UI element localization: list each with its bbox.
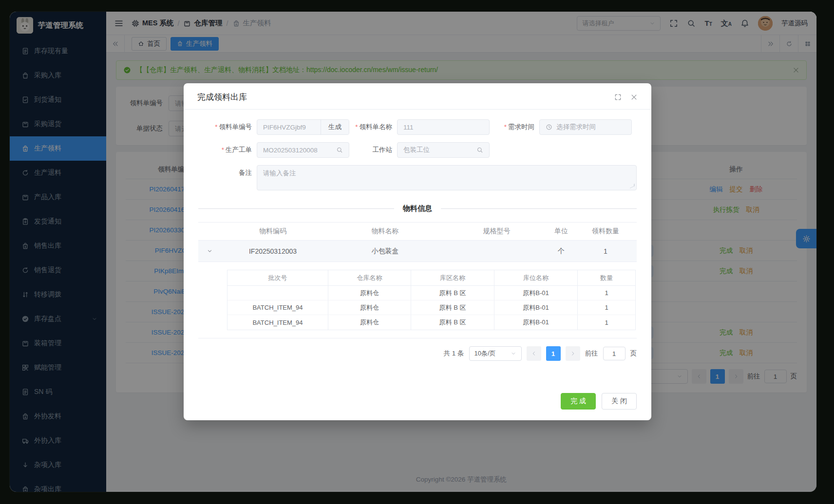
work-order-input[interactable]: MO202503120008 (257, 142, 349, 158)
clock-icon (546, 124, 552, 131)
cell: 原料仓 (328, 315, 411, 330)
column-header: 库位名称 (494, 270, 578, 285)
batch-table: 批次号仓库名称库区名称库位名称数量 原料仓原料 B 区原料B-011BATCH_… (227, 270, 636, 330)
field-label-remark: 备注 (198, 165, 257, 181)
cell: BATCH_ITEM_94 (227, 300, 328, 315)
column-header: 库区名称 (411, 270, 494, 285)
dialog-body: *领料单编号 PIF6HVZGjbf9 生成 *领料单名称 111 *需求时间 … (184, 110, 651, 386)
goto-label: 前往 (585, 349, 598, 358)
cell: 原料B-01 (494, 286, 578, 300)
complete-issue-dialog: 完成领料出库 *领料单编号 PIF6HVZGjbf9 生成 *领料单名称 111… (184, 83, 651, 420)
cell: 1 (578, 300, 635, 315)
chevron-right-icon (570, 351, 576, 356)
cell: 原料仓 (328, 300, 411, 315)
dialog-header: 完成领料出库 (184, 83, 651, 110)
column-header: 数量 (578, 270, 635, 285)
close-button[interactable]: 关 闭 (602, 393, 637, 410)
remark-textarea[interactable]: 请输入备注 (257, 165, 637, 190)
cell: 1 (578, 286, 635, 300)
dialog-fullscreen-icon[interactable] (614, 93, 622, 101)
material-table-header: 物料编码 物料名称 规格型号 单位 领料数量 (198, 222, 637, 241)
order-name-input[interactable]: 111 (397, 119, 490, 135)
page-unit-label: 页 (630, 349, 637, 358)
field-label-need-time: *需求时间 (490, 119, 539, 135)
row-expand-icon[interactable] (207, 248, 213, 254)
chevron-left-icon (531, 351, 537, 356)
field-label-order-no: *领料单编号 (198, 119, 257, 135)
batch-row: 原料仓原料 B 区原料B-011 (227, 286, 635, 300)
cell (227, 286, 328, 300)
field-label-work-order: *生产工单 (198, 142, 257, 158)
search-icon (476, 147, 483, 153)
dialog-pagination: 共 1 条 10条/页 1 前往 页 (198, 346, 637, 361)
app-window: 芋道管理系统 库存现有量采购入库到货通知采购退货生产领料生产退料产品入库发货通知… (10, 12, 816, 492)
material-row: IF20250312003 小包装盒 个 1 (198, 241, 637, 262)
need-time-picker[interactable]: 选择需求时间 (539, 119, 632, 135)
order-no-input[interactable]: PIF6HVZGjbf9 (257, 120, 321, 134)
field-label-order-name: *领料单名称 (349, 119, 397, 135)
dialog-close-icon[interactable] (630, 93, 638, 101)
nested-table-head: 批次号仓库名称库区名称库位名称数量 (227, 270, 635, 286)
nested-table-body: 原料仓原料 B 区原料B-011BATCH_ITEM_94原料仓原料 B 区原料… (227, 286, 635, 330)
column-header: 仓库名称 (328, 270, 411, 285)
batch-row: BATCH_ITEM_94原料仓原料 B 区原料B-011 (227, 300, 635, 315)
cell: 原料 B 区 (411, 315, 494, 330)
batch-row: BATCH_ITEM_94原料仓原料 B 区原料B-011 (227, 315, 635, 330)
page-size-select[interactable]: 10条/页 (469, 346, 522, 361)
cell: 原料 B 区 (411, 286, 494, 300)
column-header: 批次号 (227, 270, 328, 285)
goto-page-input[interactable] (603, 347, 626, 360)
expanded-batch-area: 批次号仓库名称库区名称库位名称数量 原料仓原料 B 区原料B-011BATCH_… (198, 262, 637, 338)
cell: 原料 B 区 (411, 300, 494, 315)
cell: 原料仓 (328, 286, 411, 300)
chevron-down-icon (511, 351, 516, 356)
workstation-input[interactable]: 包装工位 (397, 142, 490, 158)
generate-button[interactable]: 生成 (321, 120, 349, 134)
cell: BATCH_ITEM_94 (227, 315, 328, 330)
cell: 原料B-01 (494, 315, 578, 330)
section-divider: 物料信息 (198, 204, 637, 213)
section-title: 物料信息 (403, 204, 432, 213)
total-label: 共 1 条 (443, 349, 464, 358)
field-label-workstation: 工作站 (349, 142, 397, 158)
order-no-input-group: PIF6HVZGjbf9 生成 (257, 119, 349, 135)
cell: 原料B-01 (494, 300, 578, 315)
next-page-button[interactable] (566, 346, 580, 361)
dialog-title: 完成领料出库 (197, 92, 247, 103)
confirm-button[interactable]: 完 成 (561, 393, 596, 410)
cell: 1 (578, 315, 635, 330)
prev-page-button[interactable] (527, 346, 541, 361)
dialog-footer: 完 成 关 闭 (184, 386, 651, 420)
page-number-button[interactable]: 1 (546, 346, 561, 361)
material-table: 物料编码 物料名称 规格型号 单位 领料数量 IF20250312003 小包装… (198, 222, 637, 338)
search-icon (336, 147, 343, 153)
